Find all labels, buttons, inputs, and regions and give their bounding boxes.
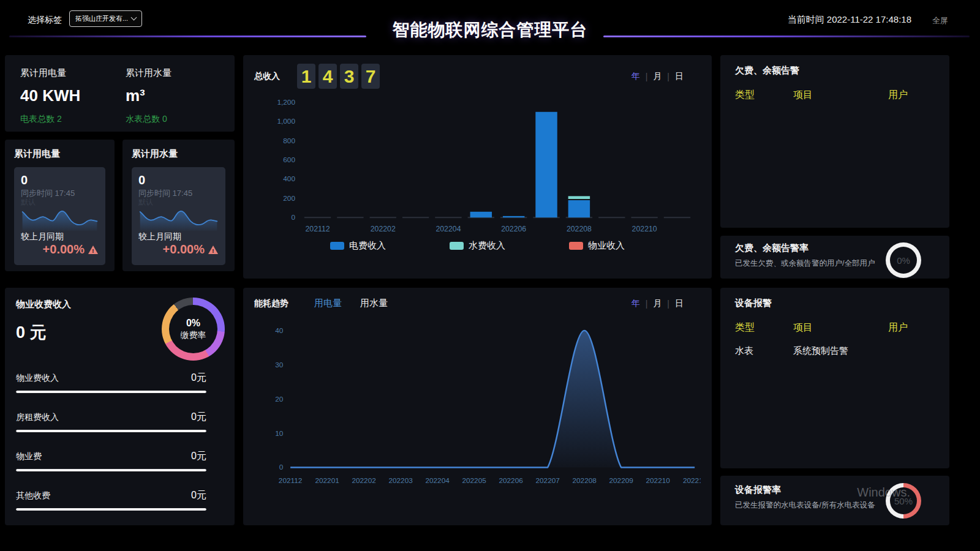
total-water-value: m³: [126, 86, 231, 105]
energy-area-chart[interactable]: 0102030402021122022012022022022032022042…: [254, 314, 701, 498]
energy-period-switch: 年 | 月 | 日: [631, 298, 701, 309]
period-tab-day[interactable]: 日: [675, 298, 684, 309]
arrears-rate-title: 欠费、余额告警率: [735, 242, 883, 254]
device-alarm-row[interactable]: 水表 系统预制告警: [735, 345, 935, 357]
revenue-digit: 3: [340, 64, 358, 89]
income-row-label: 物业费收入: [16, 373, 59, 384]
energy-tab-switch: 用电量 用水量: [314, 298, 388, 309]
svg-text:202202: 202202: [371, 225, 396, 233]
device-alarm-title: 设备报警: [735, 298, 935, 309]
revenue-digit: 1: [297, 64, 315, 89]
svg-text:202204: 202204: [425, 476, 450, 485]
svg-text:40: 40: [275, 326, 284, 335]
warning-triangle-icon: !: [208, 245, 219, 255]
svg-text:202206: 202206: [499, 476, 523, 485]
period-tab-month[interactable]: 月: [653, 71, 662, 82]
svg-text:202207: 202207: [535, 476, 559, 485]
current-time: 当前时间 2022-11-22 17:48:18: [788, 14, 911, 26]
total-water: 累计用水量 m³ 水表总数 0: [126, 67, 231, 132]
energy-trend-panel: 能耗趋势 用电量 用水量 年 | 月 | 日 01020304020211220…: [243, 288, 712, 525]
electric-trend-panel: 累计用电量 0 同步时间 17:45 默认 较上月同期 +0.00% !: [5, 140, 115, 271]
income-progress-bar: [16, 469, 206, 471]
income-row-value: 0元: [191, 411, 206, 424]
total-electric: 累计用电量 40 KWH 电表总数 2: [20, 67, 126, 132]
device-alarm-rate-value: 50%: [886, 483, 921, 519]
svg-text:10: 10: [275, 429, 284, 438]
svg-text:400: 400: [283, 174, 295, 183]
revenue-bar-chart[interactable]: 02004006008001,0001,20020211220220220220…: [254, 94, 701, 239]
device-alarm-rate-ring-chart[interactable]: 50%: [886, 483, 921, 519]
svg-text:202208: 202208: [567, 225, 592, 233]
income-progress-bar: [16, 430, 206, 432]
period-tab-year[interactable]: 年: [631, 71, 640, 82]
fullscreen-button[interactable]: 全屏: [932, 15, 948, 26]
water-trend-value: 0: [138, 173, 219, 187]
water-sparkline-chart: [138, 205, 219, 231]
period-separator: |: [667, 299, 669, 309]
svg-text:202112: 202112: [279, 476, 303, 485]
revenue-legend: 电费收入 水费收入 物业收入: [254, 240, 701, 252]
period-tab-month[interactable]: 月: [653, 298, 662, 309]
income-row: 物业费 0元: [16, 450, 206, 471]
column-type: 类型: [735, 321, 793, 334]
income-row-label: 物业费: [16, 451, 42, 462]
svg-text:202210: 202210: [646, 476, 670, 485]
current-time-label: 当前时间: [788, 14, 824, 24]
period-tab-year[interactable]: 年: [631, 298, 640, 309]
electric-compare-label: 较上月同期: [21, 231, 99, 242]
water-trend-panel: 累计用水量 0 同步时间 17:45 默认 较上月同期 +0.00% !: [123, 140, 235, 271]
svg-text:30: 30: [275, 361, 284, 369]
revenue-period-switch: 年 | 月 | 日: [631, 71, 701, 82]
svg-text:202211: 202211: [683, 476, 701, 485]
legend-item-electric-income[interactable]: 电费收入: [330, 240, 386, 252]
arrears-rate-ring-chart[interactable]: 0%: [886, 242, 921, 278]
revenue-digit-counter: 1 4 3 7: [297, 64, 380, 89]
total-revenue-panel: 总收入 1 4 3 7 年 | 月 | 日 02004006008001,000…: [243, 55, 712, 279]
legend-item-property-income[interactable]: 物业收入: [569, 240, 625, 252]
tab-electricity-usage[interactable]: 用电量: [314, 298, 342, 309]
revenue-digit: 4: [318, 64, 337, 89]
warning-triangle-icon: !: [88, 245, 99, 255]
svg-text:202206: 202206: [501, 225, 526, 233]
svg-text:0: 0: [291, 213, 295, 222]
legend-item-water-income[interactable]: 水费收入: [450, 240, 505, 252]
legend-swatch-red: [569, 242, 583, 250]
arrears-rate-subtitle: 已发生欠费、或余额告警的用户/全部用户: [735, 258, 883, 269]
water-compare-value: +0.00%: [163, 242, 205, 257]
svg-text:20: 20: [275, 395, 284, 403]
header-divider-right: [603, 36, 970, 37]
income-row-value: 0元: [191, 450, 206, 463]
electric-trend-tag: 默认: [21, 199, 99, 205]
total-water-title: 累计用水量: [126, 67, 231, 79]
electric-sparkline-chart: [21, 205, 99, 231]
payment-rate-donut-chart[interactable]: 0% 缴费率: [162, 298, 225, 361]
income-progress-bar: [16, 508, 206, 511]
svg-text:202202: 202202: [352, 476, 375, 485]
period-separator: |: [646, 299, 648, 309]
water-meter-count: 水表总数 0: [126, 114, 231, 125]
income-row: 房租费收入 0元: [16, 411, 206, 432]
water-compare-label: 较上月同期: [138, 231, 219, 242]
alarm-item-cell: 系统预制告警: [793, 345, 888, 357]
period-separator: |: [667, 72, 669, 81]
income-row: 其他收费 0元: [16, 489, 206, 511]
tab-water-usage[interactable]: 用水量: [360, 298, 388, 309]
water-trend-tag: 默认: [138, 199, 219, 205]
arrears-rate-value: 0%: [886, 242, 921, 278]
income-row-value: 0元: [191, 489, 206, 502]
svg-text:202112: 202112: [305, 225, 330, 233]
device-alarm-rate-subtitle: 已发生报警的水电表设备/所有水电表设备: [735, 500, 883, 511]
column-item: 项目: [793, 321, 888, 334]
total-electric-value: 40 KWH: [20, 86, 126, 105]
period-tab-day[interactable]: 日: [675, 71, 684, 82]
income-row: 物业费收入 0元: [16, 372, 206, 393]
current-time-value: 2022-11-22 17:48:18: [827, 14, 911, 24]
device-alarm-rate-title: 设备报警率: [735, 484, 883, 496]
device-alarm-table-header: 类型 项目 用户: [735, 321, 935, 334]
total-electric-title: 累计用电量: [20, 67, 126, 79]
device-alarm-rate-panel: 设备报警率 已发生报警的水电表设备/所有水电表设备 50% Windows.: [720, 476, 949, 525]
column-user: 用户: [888, 321, 935, 334]
total-revenue-title: 总收入: [254, 71, 280, 82]
svg-text:202208: 202208: [572, 476, 597, 485]
energy-trend-title: 能耗趋势: [254, 298, 288, 309]
